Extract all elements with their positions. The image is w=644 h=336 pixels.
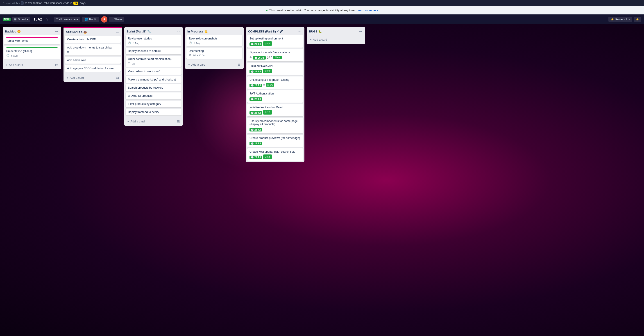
column-more-button-in-progress[interactable]: ··· [237, 29, 242, 34]
board-title: T3A2 [32, 17, 44, 22]
avatar[interactable]: A [101, 16, 108, 23]
card-text: Make a payment (stripe) and checkout [128, 78, 176, 81]
card-checklist: 0/3 [132, 62, 135, 65]
template-icon: ▤ [116, 76, 119, 79]
share-label: Share [114, 18, 122, 21]
card-revise-user-stories[interactable]: Revise user stories 🕐 6 Aug ✎ [126, 35, 182, 46]
board-view-button[interactable]: ⊞ Board ▾ [12, 17, 30, 22]
column-backlog: Backlog 🤩 ··· Tablet wireframes ✎ Presen… [3, 27, 61, 69]
column-more-button-bugs[interactable]: ··· [358, 29, 363, 34]
comment-count: 💬 6 [267, 56, 272, 59]
navbar: NEW ⊞ Board ▾ T3A2 ☆ Trello workspace 🌐 … [0, 15, 644, 24]
star-button[interactable]: ☆ [45, 18, 48, 21]
column-more-button-complete-b[interactable]: ··· [298, 29, 302, 34]
card-payment-stripe[interactable]: Make a payment (stripe) and checkout ✎ [126, 76, 182, 83]
add-card-button-in-progress[interactable]: + Add a card ▤ [186, 61, 243, 68]
share-button[interactable]: ↑ Share [109, 17, 124, 22]
cards-sprinkles: Create admin role DFD ✎ Add drop down me… [64, 36, 122, 73]
column-more-button-backlog[interactable]: ··· [54, 29, 59, 34]
column-sprint-b: Sprint (Part B) 🔧 ··· Revise user storie… [124, 27, 183, 126]
column-more-button-sprint-b[interactable]: ··· [176, 29, 180, 34]
board-background: Backlog 🤩 ··· Tablet wireframes ✎ Presen… [0, 24, 644, 336]
card-search-products-keyword[interactable]: Search products by keyword ✎ [126, 84, 182, 91]
card-mui-appbar[interactable]: Create MUI appbar (with search field) 🕐 … [247, 148, 303, 161]
add-card-label: Add a card [130, 120, 145, 123]
cards-backlog: Tablet wireframes ✎ Presentation (slides… [3, 35, 61, 60]
board-label: Board [18, 18, 26, 21]
checklist-icon: ☑ [128, 62, 130, 65]
card-figure-models[interactable]: Figure out models / associations 👁 🕐 25 … [247, 49, 303, 61]
column-header-sprinkles: SPRINKLES 🍩 ··· [64, 28, 122, 36]
card-text: Create product previews (for homepage) [250, 136, 300, 140]
card-view-orders[interactable]: View orders (current user) ✎ [126, 68, 182, 75]
column-title-in-progress: In Progress 💪 [187, 30, 208, 33]
card-unit-testing[interactable]: Unit testing & integration testing 🕐 26 … [247, 76, 303, 89]
column-title-backlog: Backlog 🤩 [5, 30, 21, 33]
card-styled-components[interactable]: Use styled components for home page (dis… [247, 118, 303, 133]
learn-more-link[interactable]: Learn more here [357, 9, 378, 12]
date-badge: 🕐 28 Jul [250, 128, 262, 131]
column-title-complete-b: COMPLETE (Part B) ✓ 🖊 [248, 30, 283, 33]
board-grid-icon: ⊞ [14, 18, 17, 21]
add-card-button-sprint-b[interactable]: + Add a card ▤ [125, 118, 182, 125]
card-text: Add agegate / DOB validation for user [67, 67, 114, 70]
share-icon: ↑ [112, 18, 113, 21]
card-tablet-wireframes[interactable]: Tablet wireframes ✎ [4, 35, 60, 44]
card-deploy-backend[interactable]: Deploy backend to heroku ✎ [126, 48, 182, 54]
column-complete-b: COMPLETE (Part B) ✓ 🖊 ··· Set up testing… [246, 27, 304, 162]
plus-icon: + [310, 38, 312, 41]
add-card-button-backlog[interactable]: + Add a card ▤ [4, 61, 60, 68]
card-text: Add admin role [67, 59, 86, 62]
card-text: View orders (current user) [128, 70, 160, 73]
card-badges: 🕐 23 Jul ☑ 4/4 [250, 41, 301, 46]
column-in-progress: In Progress 💪 ··· Take trello screenshot… [185, 27, 244, 69]
card-text: Revise user stories [128, 37, 152, 40]
workspace-button[interactable]: Trello workspace [54, 17, 80, 22]
card-create-admin-dfd[interactable]: Create admin role DFD ✎ [65, 36, 121, 43]
visibility-button[interactable]: 🌐 Public [82, 17, 99, 22]
clock-icon: 🕐 [189, 42, 192, 44]
card-product-previews[interactable]: Create product previews (for homepage) 🕐… [247, 135, 303, 147]
card-build-rails-api[interactable]: Build out Rails API 🕐 24 Jul ☑ 2/2 ✎ [247, 63, 303, 75]
trial-text: m free trial for Trello workspace ends i… [25, 2, 72, 5]
card-text: Order controller (cart manipulation) [128, 58, 172, 61]
visibility-label: Public [89, 18, 97, 21]
power-ups-button[interactable]: ⚡ Power-Ups [608, 17, 632, 22]
template-icon: ▤ [238, 63, 240, 66]
card-text: Search products by keyword [128, 86, 164, 89]
card-progress: 2/3 • 30 Jul [193, 54, 205, 57]
add-card-button-sprinkles[interactable]: + Add a card ▤ [64, 74, 121, 81]
card-order-controller[interactable]: Order controller (cart manipulation) ☑ 0… [126, 56, 182, 67]
card-dob-validation[interactable]: Add agegate / DOB validation for user ✎ [65, 65, 121, 72]
kbd-shortcut: i [21, 1, 24, 5]
card-text: Filter products by category [128, 102, 161, 106]
column-more-button-sprinkles[interactable]: ··· [115, 30, 120, 35]
add-card-label: Add a card [70, 76, 84, 79]
column-title-sprint-b: Sprint (Part B) 🔧 [126, 30, 151, 33]
card-deploy-frontend[interactable]: Deploy frontend to netlify ✎ [126, 109, 182, 115]
add-card-button-bugs[interactable]: + Add a card [308, 36, 364, 43]
date-badge: 🕐 28 Jul [250, 111, 262, 115]
power-ups-label: Power-Ups [616, 18, 630, 21]
clock-icon: 🕐 [251, 98, 254, 100]
plus-icon: + [188, 63, 190, 66]
card-dropdown-menus[interactable]: Add drop down menus to search bar ≡ ✎ [65, 44, 121, 56]
date-badge: 🕐 28 Jul [250, 142, 262, 145]
card-jwt-auth[interactable]: JWT Authentication 🕐 27 Jul ✎ [247, 90, 303, 103]
card-init-react[interactable]: Initialise front end w/ React 🕐 28 Jul ☑… [247, 104, 303, 116]
lightning-button[interactable]: ⚡ [634, 17, 641, 22]
card-browse-all-products[interactable]: Browse all products ✎ [126, 92, 182, 99]
card-setup-testing[interactable]: Set up testing environment 🕐 23 Jul ☑ 4/… [247, 35, 303, 48]
card-presentation-slides[interactable]: Presentation (slides) 🕐 5 Aug ✎ [4, 46, 60, 59]
card-user-testing[interactable]: User testing ☑ 2/3 • 30 Jul ✎ [186, 48, 242, 59]
expand-sidebar-btn[interactable]: Expand sidebar i [3, 1, 24, 5]
public-banner: ● This board is set to public. You can c… [0, 6, 644, 15]
card-text: Create MUI appbar (with search field) [250, 150, 296, 153]
card-take-screenshots[interactable]: Take trello screenshots 🕐 7 Aug ✎ [186, 35, 242, 46]
add-card-label: Add a card [192, 63, 206, 66]
plus-icon: + [67, 76, 68, 79]
card-filter-products-category[interactable]: Filter products by category ✎ [126, 101, 182, 107]
card-add-admin-role[interactable]: Add admin role ✎ [65, 57, 121, 64]
card-text: Use styled components for home page (dis… [250, 119, 298, 126]
add-card-label: Add a card [313, 38, 327, 41]
